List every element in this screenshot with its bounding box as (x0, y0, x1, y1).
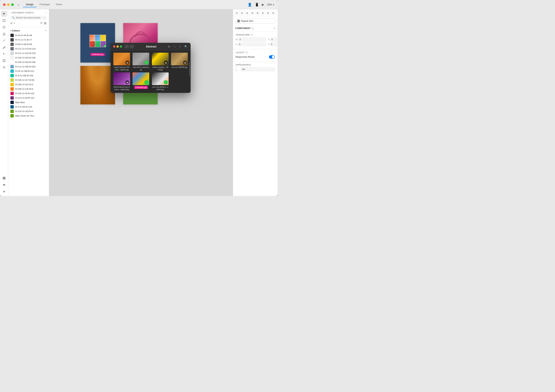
list-view-icon[interactable]: ☰ (40, 22, 43, 25)
layers-icon[interactable] (1, 182, 7, 188)
device-icon[interactable]: 📱 (255, 3, 259, 7)
user-icon[interactable]: 👤 (248, 3, 252, 7)
color-item-c2[interactable]: R=71 G=72 B=77 ✏ (8, 38, 49, 42)
modal-sort-icon[interactable]: ⌃⌄ (172, 45, 177, 48)
component-info-icon[interactable]: i (251, 27, 254, 29)
color-swatch (10, 51, 14, 55)
search-input[interactable] (16, 16, 43, 19)
assets-back-button[interactable]: ‹ DOCUMENT ASSETS (10, 12, 34, 14)
modal-scrollbar[interactable] (189, 62, 190, 77)
play-icon[interactable]: ▶ (262, 3, 264, 6)
align-v-icon[interactable]: ⊞ (271, 11, 276, 15)
close-button[interactable] (3, 3, 6, 6)
modal-search-icon[interactable]: 🔍 (183, 45, 188, 48)
asset-item-a1[interactable]: ☁ marko-blazevic-iKPxCjU...splash.jpg (113, 53, 131, 71)
align-left-icon[interactable]: ⊟ (234, 11, 239, 15)
align-top-icon[interactable]: ⊞ (250, 11, 255, 15)
color-item-c19[interactable]: Main Green for Text ✏ (8, 114, 49, 118)
drag-image[interactable]: + (89, 35, 106, 47)
color-item-c8[interactable]: R=111 G=166 B=202 ✏ (8, 64, 49, 69)
opacity-container (236, 67, 275, 71)
assets-icon[interactable] (1, 175, 7, 181)
filter-row: ⊞ ≡ ☰ ⊞ (10, 21, 47, 26)
color-label: R=195 G=217 B=65 (15, 79, 34, 81)
modal-grid-icon[interactable]: ⊞ (167, 45, 171, 48)
asset-item-a6[interactable]: ✓ Umbrellas.jpg (132, 73, 150, 91)
filter-icon[interactable]: ⊞ (10, 22, 13, 25)
modal-minimize-button[interactable] (117, 45, 119, 48)
triangle-tool[interactable] (1, 31, 7, 37)
color-item-c12[interactable]: R=255 G=191 B=0 ✏ (8, 82, 49, 87)
line-tool[interactable] (1, 38, 7, 44)
color-item-c5[interactable]: R=211 G=216 B=219 ✏ (8, 51, 49, 56)
home-icon[interactable]: ⌂ (17, 3, 19, 6)
modal-back-button[interactable]: ‹ (124, 45, 129, 48)
align-distribute-icon[interactable]: ⊞ (255, 11, 260, 15)
select-tool[interactable] (1, 11, 7, 17)
tab-share[interactable]: Share (53, 2, 65, 7)
asset-item-a4[interactable]: ☁ ren-ran-168328.jpg (171, 53, 189, 71)
color-item-c9[interactable]: R=25 G=188 B=211 ✏ (8, 69, 49, 73)
cloud-badge: ☁ (183, 60, 187, 65)
align-bottom-icon[interactable]: ⊞ (261, 11, 265, 15)
asset-item-a5[interactable]: ☁ thisisengineering-raeng-s...splash.jpg (113, 73, 131, 91)
align-right-icon[interactable]: ⊞ (245, 11, 249, 15)
x-input[interactable] (270, 38, 278, 41)
modal-expand-icon[interactable]: » (178, 45, 183, 48)
maximize-button[interactable] (11, 3, 14, 6)
color-item-c17[interactable]: R=0 G=95 B=143 ✏ (8, 105, 49, 109)
text-tool[interactable]: T (1, 51, 7, 57)
ellipse-tool[interactable] (1, 24, 7, 30)
color-item-c7[interactable]: R=255 G=255 B=255 ✏ (8, 60, 49, 64)
color-item-c1[interactable]: R=44 G=45 B=48 ✏ (8, 33, 49, 38)
asset-item-a2[interactable]: ✓ mika-683-unsplash.jpg (132, 53, 150, 71)
color-item-c3[interactable]: R=99 G=99 B=99 ✏ (8, 42, 49, 47)
colors-section-header[interactable]: ▾ Colors + (8, 28, 49, 33)
align-center-icon[interactable]: ⊞ (240, 11, 244, 15)
x-label: X (268, 38, 269, 41)
color-item-c4[interactable]: R=111 G=114 B=123 ✏ (8, 47, 49, 51)
opacity-input[interactable] (241, 67, 275, 71)
modal-close-button[interactable] (113, 45, 115, 48)
assets-export-icon[interactable]: ↑ (45, 11, 47, 14)
responsive-resize-label: Responsive Resize (236, 56, 255, 58)
canvas-area[interactable]: + Umbrellas.jpg (49, 9, 233, 196)
modal-forward-button[interactable]: › (130, 45, 134, 48)
tab-design[interactable]: Design (23, 2, 37, 7)
artboard-tool[interactable] (1, 58, 7, 64)
asset-item-a7[interactable]: ✓ zac-ong-afybtLp...splash.jpg (151, 73, 169, 91)
color-item-c15[interactable]: R=114 G=49 B=122 ✏ (8, 96, 49, 100)
responsive-resize-toggle[interactable] (269, 55, 275, 59)
pen-tool[interactable] (1, 44, 7, 50)
color-item-c10[interactable]: R=6 G=196 B=156 ✏ (8, 73, 49, 78)
search-icon: 🔍 (12, 16, 15, 19)
align-h-icon[interactable]: ⊞ (266, 11, 270, 15)
plugins-icon[interactable] (1, 189, 7, 195)
asset-item-a3[interactable]: ☁ nikhita-singhal-...2844.jpg (151, 53, 169, 71)
width-input[interactable] (238, 38, 267, 41)
color-item-c6[interactable]: R=242 G=243 B=246 ✏ (8, 56, 49, 60)
tab-prototype[interactable]: Prototype (37, 2, 53, 7)
component-add-icon[interactable]: + (274, 27, 275, 30)
color-item-c11[interactable]: R=195 G=217 B=65 ✏ (8, 78, 49, 82)
modal-maximize-button[interactable] (120, 45, 122, 48)
color-item-c13[interactable]: R=255 G=132 B=0 ✏ (8, 87, 49, 91)
color-item-c18[interactable]: R=103 G=163 B=0 ✏ (8, 109, 49, 114)
color-item-c16[interactable]: Main Blue ✏ (8, 100, 49, 105)
repeat-grid-button[interactable]: Repeat Grid (235, 18, 275, 24)
svg-rect-17 (3, 178, 4, 179)
color-item-c14[interactable]: R=216 G=28 B=102 ✏ (8, 91, 49, 96)
zoom-tool[interactable] (1, 64, 7, 70)
sort-icon[interactable]: ≡ (14, 22, 15, 25)
grid-view-icon[interactable]: ⊞ (44, 22, 47, 25)
height-input[interactable] (238, 43, 266, 46)
zoom-control[interactable]: 33% ∨ (267, 3, 275, 6)
asset-filename: thisisengineering-raeng-s...splash.jpg (113, 86, 130, 91)
minimize-button[interactable] (7, 3, 10, 6)
rectangle-tool[interactable] (1, 17, 7, 23)
right-panel: ⊟ ⊞ ⊞ ⊞ ⊞ ⊞ ⊞ ⊞ Repeat Grid (233, 9, 278, 196)
layout-info-icon[interactable]: i (245, 51, 248, 54)
transform-info-icon[interactable]: i (250, 34, 253, 36)
y-input[interactable] (270, 43, 278, 46)
colors-add-icon[interactable]: + (45, 29, 47, 32)
